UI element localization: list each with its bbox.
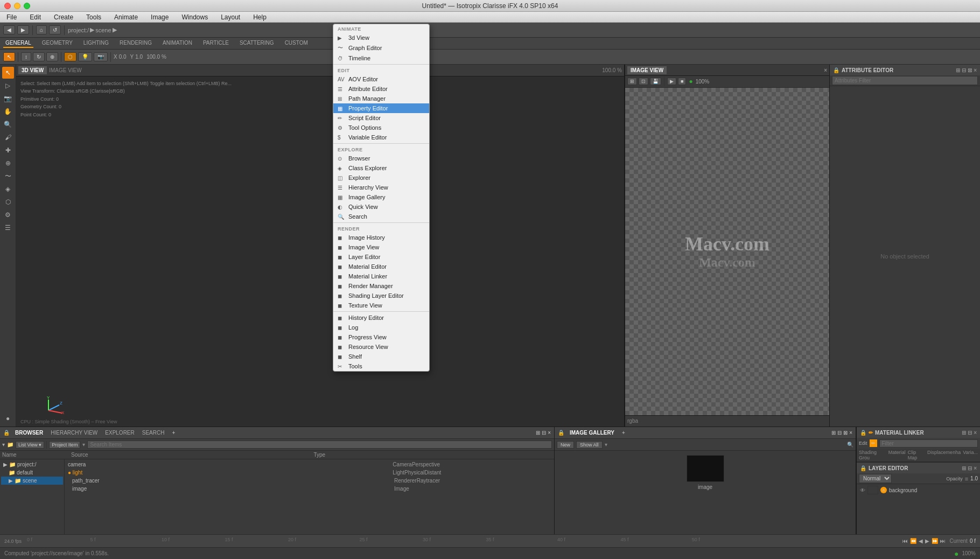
tab-custom[interactable]: CUSTOM <box>283 39 310 48</box>
menu-timeline[interactable]: ⏱ Timeline <box>333 53 429 63</box>
tab-geometry[interactable]: GEOMETRY <box>40 39 75 48</box>
path-scene[interactable]: scene <box>95 27 111 33</box>
attr-filter-input[interactable] <box>832 76 978 85</box>
step-fwd[interactable]: ⏩ <box>932 538 938 544</box>
menu-explorer[interactable]: ◫ Explorer <box>333 173 429 183</box>
menu-file[interactable]: File <box>4 12 19 22</box>
tab-image-gallery[interactable]: IMAGE GALLERY <box>568 429 617 437</box>
tool-scale[interactable]: ⊕ <box>46 52 58 61</box>
tree-item-scene[interactable]: ▶ 📁 scene <box>1 477 63 485</box>
tool-node[interactable]: ◈ <box>2 183 14 195</box>
search-input[interactable] <box>87 441 552 449</box>
ml-grid-1[interactable]: ⊞ <box>962 430 966 436</box>
play-start[interactable]: ⏮ <box>902 538 908 544</box>
menu-tool-options[interactable]: ⚙ Tool Options <box>333 123 429 132</box>
tool-camera-view[interactable]: 📷 <box>2 93 14 104</box>
menu-shading-layer-editor[interactable]: ◼ Shading Layer Editor <box>333 291 429 301</box>
ml-close[interactable]: × <box>974 430 977 436</box>
menu-property-editor[interactable]: ▦ Property Editor <box>333 103 429 113</box>
tab-general[interactable]: GENERAL <box>3 39 33 48</box>
tool-light[interactable]: 💡 <box>78 52 92 61</box>
le-close[interactable]: × <box>974 465 977 471</box>
menu-graph-editor[interactable]: 〜 Graph Editor <box>333 43 429 53</box>
menu-browser[interactable]: ⊙ Browser <box>333 153 429 163</box>
tool-cross[interactable]: ✚ <box>2 144 14 156</box>
menu-tools[interactable]: ✂ Tools <box>333 361 429 371</box>
forward-button[interactable]: ▶ <box>17 25 29 34</box>
tool-render[interactable]: ⬡ <box>64 52 76 61</box>
menu-windows[interactable]: Windows <box>179 12 210 22</box>
gallery-close[interactable]: × <box>849 430 852 436</box>
grid-icon-3[interactable]: ⊠ <box>968 67 972 73</box>
filter-dropdown[interactable]: ▾ <box>82 442 85 448</box>
tab-browser[interactable]: BROWSER <box>13 429 45 437</box>
tab-hierarchy-view[interactable]: HIERARCHY VIEW <box>48 429 100 437</box>
ml-edit-btn[interactable]: Edit <box>859 441 867 446</box>
tool-zoom[interactable]: 🔍 <box>2 118 14 130</box>
view3d-tab[interactable]: 3D VIEW <box>18 66 47 74</box>
tool-arrow[interactable]: ↖ <box>2 67 14 79</box>
tool-bars[interactable]: ☰ <box>2 222 14 234</box>
grid-icon-1[interactable]: ⊞ <box>956 67 960 73</box>
tree-item-project[interactable]: ▶ 📁 project:/ <box>1 460 63 469</box>
menu-hierarchy-view[interactable]: ☰ Hierarchy View <box>333 183 429 192</box>
menu-create[interactable]: Create <box>52 12 75 22</box>
img-btn-new[interactable]: ⊞ <box>627 78 637 85</box>
menu-attribute-editor[interactable]: ☰ Attribute Editor <box>333 84 429 94</box>
maximize-button[interactable] <box>24 3 30 9</box>
gallery-search-icon[interactable]: 🔍 <box>847 442 853 448</box>
close-browser[interactable]: × <box>548 430 551 436</box>
tool-settings[interactable]: ⚙ <box>2 209 14 221</box>
image-view-close[interactable]: × <box>824 67 827 73</box>
gallery-grid-2[interactable]: ⊟ <box>837 430 842 436</box>
sort-icon[interactable]: ▾ <box>2 442 5 448</box>
play-btn[interactable]: ▶ <box>925 538 929 544</box>
le-grid-1[interactable]: ⊞ <box>962 465 966 471</box>
add-gallery-tab[interactable]: + <box>622 430 625 436</box>
tool-pan[interactable]: ✋ <box>2 106 14 117</box>
tool-rotate[interactable]: ↻ <box>33 52 45 61</box>
step-back[interactable]: ⏪ <box>910 538 916 544</box>
menu-render-manager[interactable]: ◼ Render Manager <box>333 281 429 291</box>
home-button[interactable]: ⌂ <box>36 25 47 34</box>
back-button[interactable]: ◀ <box>3 25 15 34</box>
menu-script-editor[interactable]: ✏ Script Editor <box>333 113 429 123</box>
menu-layout[interactable]: Layout <box>219 12 242 22</box>
img-btn-save[interactable]: 💾 <box>650 78 661 85</box>
menu-history-editor[interactable]: ◼ History Editor <box>333 313 429 323</box>
tool-paint[interactable]: 🖌 <box>2 131 14 143</box>
image-view-tab-active[interactable]: IMAGE VIEW <box>627 66 667 74</box>
file-row-path-tracer[interactable]: path_tracer RendererRaytracer <box>66 477 553 485</box>
image-view-tab[interactable]: IMAGE VIEW <box>49 67 82 73</box>
close-panel-btn[interactable]: × <box>974 67 977 73</box>
tool-render2[interactable]: ⬡ <box>2 196 14 208</box>
menu-layer-editor[interactable]: ◼ Layer Editor <box>333 252 429 262</box>
file-row-light[interactable]: ● light LightPhysicalDistant <box>66 469 553 477</box>
menu-3d-view[interactable]: ▶ 3d View <box>333 33 429 43</box>
le-grid-2[interactable]: ⊟ <box>968 465 972 471</box>
menu-search[interactable]: 🔍 Search <box>333 212 429 221</box>
menu-material-editor[interactable]: ◼ Material Editor <box>333 262 429 271</box>
file-row-image[interactable]: image Image <box>66 485 553 493</box>
ml-grid-2[interactable]: ⊟ <box>968 430 972 436</box>
tab-explorer[interactable]: EXPLORER <box>103 429 136 437</box>
menu-animate[interactable]: Animate <box>112 12 140 22</box>
menu-help[interactable]: Help <box>251 12 269 22</box>
menu-aov-editor[interactable]: AV AOV Editor <box>333 74 429 84</box>
tool-pointer[interactable]: ▷ <box>2 80 14 92</box>
img-btn-open[interactable]: ⊡ <box>639 78 648 85</box>
grid-btn-2[interactable]: ⊟ <box>542 430 546 436</box>
play-back[interactable]: ◀ <box>919 538 923 544</box>
path-project[interactable]: project:/ <box>68 27 89 33</box>
menu-progress-view[interactable]: ◼ Progress View <box>333 332 429 342</box>
menu-image[interactable]: Image <box>149 12 171 22</box>
tool-curve[interactable]: 〜 <box>2 170 14 182</box>
menu-image-history[interactable]: ◼ Image History <box>333 233 429 242</box>
menu-edit[interactable]: Edit <box>27 12 43 22</box>
menu-class-explorer[interactable]: ◈ Class Explorer <box>333 163 429 173</box>
gallery-show-mode[interactable]: Show All <box>576 441 603 449</box>
menu-texture-view[interactable]: ◼ Texture View <box>333 301 429 310</box>
blend-mode-select[interactable]: Normal <box>859 474 892 483</box>
filter-type[interactable]: Project Item <box>49 441 80 449</box>
menu-material-linker[interactable]: ◼ Material Linker <box>333 271 429 281</box>
